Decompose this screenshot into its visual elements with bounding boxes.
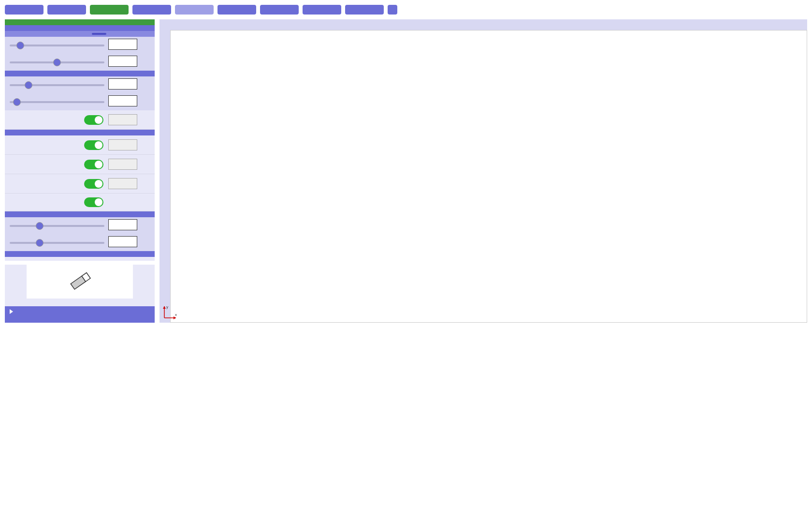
input-ddw [108, 159, 137, 170]
slider-drop[interactable] [10, 101, 104, 103]
section-wedge[interactable] [5, 317, 155, 323]
svg-text:y: y [166, 305, 168, 309]
section-dead-zones [5, 130, 155, 135]
input-pcs[interactable] [108, 39, 137, 50]
input-flaw-depth[interactable] [108, 78, 137, 90]
ruler-top [160, 19, 807, 30]
axis-indicator-icon: x y [161, 303, 179, 321]
tab-tofd-calibration[interactable] [132, 5, 171, 15]
slider-db[interactable] [10, 225, 104, 227]
slider-dpct[interactable] [10, 242, 104, 244]
section-geometry-inputs [5, 25, 155, 31]
input-dds [108, 139, 137, 150]
tab-aggregative-settings[interactable] [345, 5, 384, 15]
section-transducer [5, 251, 155, 257]
close-button[interactable] [388, 5, 397, 15]
svg-marker-5 [163, 306, 166, 309]
section-transducer-configs[interactable] [5, 306, 155, 317]
toggle-ddw[interactable] [84, 160, 103, 169]
tab-general-settings[interactable] [303, 5, 341, 15]
tab-scanner[interactable] [47, 5, 86, 15]
top-tabs [0, 0, 812, 19]
slider-offsety[interactable] [10, 61, 104, 63]
tab-data-acquisition[interactable] [175, 5, 214, 15]
input-dpct[interactable] [108, 236, 137, 247]
pair-tab-2[interactable] [106, 33, 121, 35]
input-beam-spread [108, 114, 137, 125]
sidebar [5, 19, 155, 323]
toggle-dds[interactable] [84, 140, 103, 150]
toggle-beam-spread[interactable] [84, 115, 103, 125]
diagram-area[interactable] [170, 30, 807, 323]
pair-tab-3[interactable] [121, 33, 135, 35]
transducer-label [5, 257, 155, 261]
tab-data-analysis[interactable] [218, 5, 256, 15]
tofd-diagram [171, 30, 807, 322]
input-db[interactable] [108, 219, 137, 230]
tab-reports[interactable] [260, 5, 299, 15]
visualization-panel: x y [160, 19, 807, 323]
toggle-locus-curve[interactable] [84, 197, 103, 207]
pair-tab-1[interactable] [92, 33, 106, 35]
ruler-left [160, 30, 170, 323]
slider-pcs[interactable] [10, 45, 104, 46]
tab-tofd-setup[interactable] [90, 5, 129, 15]
tab-object[interactable] [5, 5, 44, 15]
pair-selector [5, 31, 155, 37]
input-offsety[interactable] [108, 56, 137, 67]
toggle-r[interactable] [84, 179, 103, 189]
chevron-right-icon [10, 309, 13, 314]
input-r [108, 178, 137, 189]
slider-flaw-depth[interactable] [10, 84, 104, 86]
pair-tab-4[interactable] [135, 33, 150, 35]
panel-title [5, 19, 155, 25]
transducer-preview [27, 265, 133, 299]
section-beam [5, 71, 155, 76]
section-focus [5, 211, 155, 217]
svg-text:x: x [175, 313, 177, 317]
input-drop[interactable] [108, 95, 137, 106]
